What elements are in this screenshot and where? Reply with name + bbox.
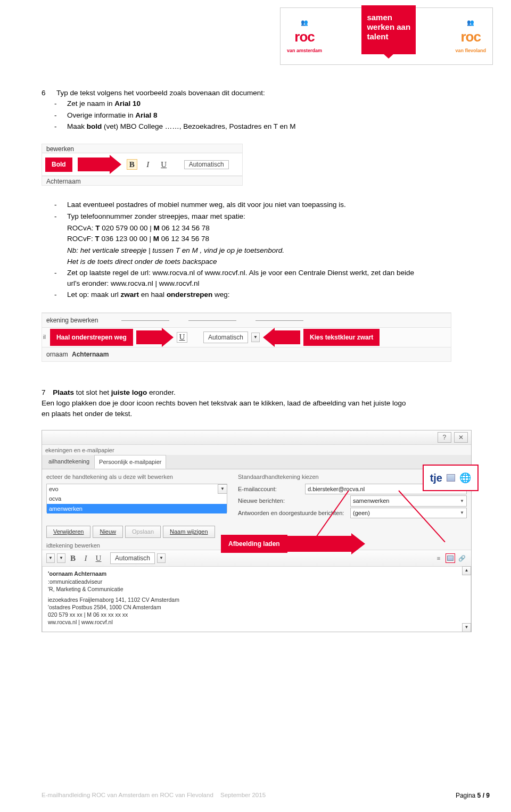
step-7-heading: 7 Plaats tot slot het juiste logo eronde… bbox=[42, 387, 469, 398]
bewerken-label: ekening bewerken bbox=[46, 317, 98, 324]
line1: samen bbox=[367, 13, 410, 22]
step-number: 6 bbox=[42, 88, 49, 98]
align-icon[interactable]: ≡ bbox=[434, 553, 443, 563]
color-dropdown[interactable]: Automatisch bbox=[184, 160, 229, 169]
people-graphic: 👥 bbox=[301, 18, 308, 27]
notch-shape bbox=[383, 54, 394, 59]
insert-image-icon[interactable] bbox=[446, 553, 455, 563]
italic-button[interactable]: I bbox=[143, 159, 153, 170]
page-footer: E-mailhandleiding ROC van Amsterdam en R… bbox=[42, 791, 490, 800]
tab-ailhandtekening[interactable]: ailhandtekening bbox=[44, 455, 94, 469]
roc-amsterdam-logo: 👥 roc van amsterdam bbox=[287, 18, 322, 55]
underline-button[interactable]: U bbox=[177, 332, 187, 343]
roc-text: roc bbox=[294, 27, 314, 47]
color-callout: Kies tekstkleur zwart bbox=[303, 329, 380, 346]
breadcrumb-tab: ekeningen en e-mailpapier bbox=[42, 445, 471, 455]
roc-text: roc bbox=[461, 27, 481, 47]
van-amsterdam-text: van amsterdam bbox=[287, 47, 322, 55]
bold-callout: Bold bbox=[45, 158, 72, 172]
link-icon[interactable]: 🔗 bbox=[457, 553, 467, 563]
bullet-bold: Maak bold (vet) MBO College ……, Bezoekad… bbox=[54, 121, 469, 132]
dropdown-arrow-icon[interactable]: ▼ bbox=[251, 333, 260, 342]
arrow-right-icon bbox=[136, 328, 174, 347]
size-dropdown-arrow-icon[interactable]: ▼ bbox=[57, 553, 65, 563]
footer-left: E-mailhandleiding ROC van Amsterdam en R… bbox=[42, 791, 266, 800]
insert-image-callout: tje 🌐 bbox=[423, 465, 479, 491]
bullet-url: Zet op laatste regel de url: www.rocva.n… bbox=[54, 268, 469, 289]
ornaam-text: ornaam bbox=[46, 351, 68, 358]
afbeelding-tag-text: Afbeelding laden bbox=[221, 535, 287, 553]
bold-button[interactable]: B bbox=[68, 553, 78, 564]
figure-outlook-dialog: ? ✕ ekeningen en e-mailpapier ailhandtek… bbox=[42, 430, 472, 632]
figure-underline-color: ekening bewerken il Haal onderstrepen we… bbox=[42, 312, 451, 362]
arrow-left-icon bbox=[263, 328, 300, 347]
sig-name: 'oornaam Achternaam bbox=[48, 570, 465, 577]
sig-addr1: iezoekadres Fraijlemaborg 141, 1102 CV A… bbox=[48, 596, 465, 603]
sig-addr2: 'ostadres Postbus 2584, 1000 CN Amsterda… bbox=[48, 603, 465, 611]
color-dropdown-arrow-icon[interactable]: ▼ bbox=[157, 553, 166, 563]
step7-p1: Een logo plakken doe je door icoon recht… bbox=[42, 398, 469, 409]
sig-role1: :ommunicatieadviseur bbox=[48, 578, 465, 585]
bold-button[interactable]: B bbox=[127, 159, 137, 170]
step7-p2: en plaats het onder de tekst. bbox=[42, 409, 469, 419]
step-6-heading: 6 Typ de tekst volgens het voorbeeld zoa… bbox=[42, 88, 469, 98]
bewerken-label: bewerken bbox=[42, 144, 242, 153]
window-titlebar: ? ✕ bbox=[42, 430, 471, 445]
font-dropdown-arrow-icon[interactable]: ▼ bbox=[46, 553, 55, 563]
bullet-postadres: Laat eventueel postadres of mobiel numme… bbox=[54, 200, 469, 210]
dd-small: il bbox=[43, 333, 47, 342]
nb-line1: Nb: het verticale streepje | tussen T en… bbox=[67, 245, 469, 256]
italic-button[interactable]: I bbox=[80, 553, 91, 564]
scroll-up-icon[interactable]: ▲ bbox=[462, 566, 471, 575]
sig-tel: 020 579 xx xx | M 06 xx xx xx xx bbox=[48, 611, 465, 618]
save-button[interactable]: Opslaan bbox=[125, 526, 161, 538]
step6-more-bullets: Laat eventueel postadres of mobiel numme… bbox=[54, 200, 469, 300]
underline-callout: Haal onderstrepen weg bbox=[50, 329, 133, 346]
delete-button[interactable]: Verwijderen bbox=[46, 526, 90, 538]
sig-role2: 'R, Marketing & Communicatie bbox=[48, 585, 465, 593]
callout-label: tje bbox=[430, 470, 442, 486]
achternaam-bold: Achternaam bbox=[72, 351, 109, 358]
close-button[interactable]: ✕ bbox=[454, 432, 468, 443]
rename-button[interactable]: Naam wijzigen bbox=[163, 526, 215, 538]
van-flevoland-text: van flevoland bbox=[455, 47, 486, 55]
step6-bullets: Zet je naam in Arial 10 Overige informat… bbox=[54, 98, 469, 132]
tab-persoonlijk[interactable]: Persoonlijk e-mailpapier bbox=[94, 455, 166, 469]
nb-line2: Het is de toets direct onder de toets ba… bbox=[67, 256, 469, 267]
afbeelding-callout: Afbeelding laden bbox=[221, 533, 365, 554]
samenwerken-block: samen werken aan talent bbox=[361, 5, 416, 54]
signature-listbox[interactable]: ▼ evo ocva amenwerken bbox=[46, 484, 227, 512]
scroll-down-icon[interactable]: ▼ bbox=[462, 623, 471, 632]
header-logo-box: 👥 roc van amsterdam samen werken aan tal… bbox=[280, 7, 493, 65]
people-graphic: 👥 bbox=[467, 18, 474, 27]
list-item[interactable]: ocva bbox=[47, 494, 227, 504]
new-messages-label: Nieuwe berichten: bbox=[238, 496, 347, 506]
achternaam-text: Achternaam bbox=[42, 176, 242, 185]
page-number: Pagina 5 / 9 bbox=[456, 791, 490, 800]
replies-dropdown[interactable]: (geen)▼ bbox=[350, 508, 467, 519]
left-pane-title: ecteer de handtekening als u deze wilt b… bbox=[46, 473, 227, 482]
help-button[interactable]: ? bbox=[438, 432, 451, 443]
sig-url: ww.rocva.nl | www.rocvf.nl bbox=[48, 618, 465, 626]
step-number: 7 bbox=[42, 388, 46, 396]
underline-button[interactable]: U bbox=[159, 159, 169, 170]
arrow-right-icon bbox=[287, 533, 365, 554]
bullet-arial10: Zet je naam in Arial 10 bbox=[54, 98, 469, 109]
figure-bold-toolbar: bewerken Bold B I U Automatisch Achterna… bbox=[42, 144, 469, 186]
color-dropdown[interactable]: Automatisch bbox=[203, 332, 248, 343]
rocva-line: ROCvA: T 020 579 00 00 | M 06 12 34 56 7… bbox=[67, 223, 469, 234]
bullet-telefoon: Typ telefoonnummer zonder streepjes, maa… bbox=[54, 211, 469, 267]
bullet-zwart: Let op: maak url zwart en haal onderstre… bbox=[54, 289, 469, 300]
step-intro: Typ de tekst volgens het voorbeeld zoals… bbox=[56, 88, 265, 98]
new-button[interactable]: Nieuw bbox=[93, 526, 123, 538]
roc-flevoland-logo: 👥 roc van flevoland bbox=[455, 18, 486, 55]
line2: werken aan bbox=[367, 22, 410, 32]
dropdown-arrow-icon[interactable]: ▼ bbox=[218, 484, 227, 494]
line3: talent bbox=[367, 32, 410, 42]
email-account-label: E-mailaccount: bbox=[238, 485, 302, 494]
list-item[interactable]: evo bbox=[47, 484, 227, 494]
signature-preview: ▲ 'oornaam Achternaam :ommunicatieadvise… bbox=[42, 567, 471, 631]
underline-button[interactable]: U bbox=[93, 553, 104, 564]
list-item-selected[interactable]: amenwerken bbox=[47, 504, 227, 514]
color-dropdown[interactable]: Automatisch bbox=[110, 552, 155, 564]
